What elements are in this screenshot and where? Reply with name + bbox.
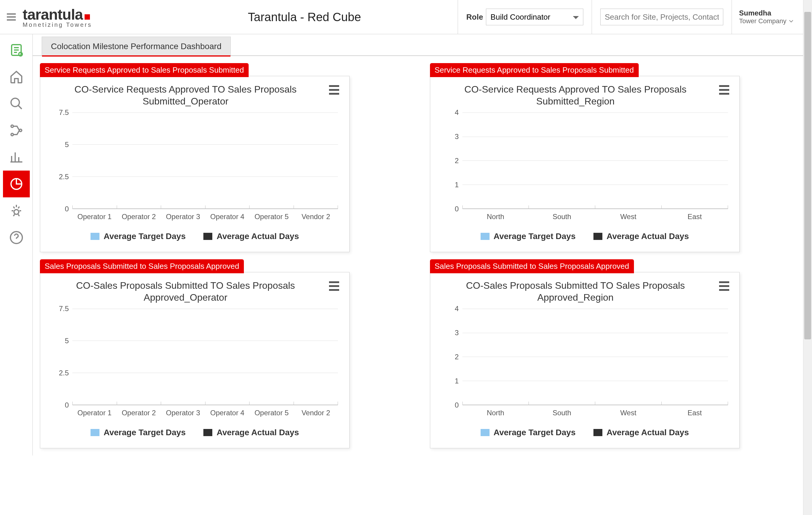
- chart-legend: Average Target DaysAverage Actual Days: [49, 232, 341, 241]
- tab-bar: Colocation Milestone Performance Dashboa…: [33, 34, 812, 56]
- brand-tagline: Monetizing Towers: [23, 22, 95, 28]
- legend-item[interactable]: Average Target Days: [90, 428, 185, 437]
- x-axis-label: Operator 5: [250, 409, 294, 417]
- search-icon: [9, 96, 24, 111]
- svg-point-3: [11, 125, 13, 127]
- nav-item-search[interactable]: [3, 90, 30, 117]
- side-nav: [0, 34, 33, 455]
- legend-item[interactable]: Average Actual Days: [593, 232, 689, 241]
- chart-menu-button[interactable]: [717, 279, 731, 293]
- chart-panel: Sales Proposals Submitted to Sales Propo…: [430, 259, 805, 448]
- chart-panel: Sales Proposals Submitted to Sales Propo…: [40, 259, 415, 448]
- legend-swatch-icon: [481, 429, 490, 436]
- chevron-down-icon: [789, 19, 793, 23]
- x-axis-label: North: [462, 409, 529, 417]
- header: tarantula Monetizing Towers Tarantula - …: [0, 0, 812, 34]
- legend-swatch-icon: [593, 429, 602, 436]
- role-select[interactable]: Build Coordinator: [486, 9, 583, 25]
- vertical-scrollbar[interactable]: [803, 0, 812, 455]
- checklist-icon: [9, 43, 24, 57]
- legend-item[interactable]: Average Target Days: [90, 232, 185, 241]
- nav-item-charts[interactable]: [3, 144, 30, 171]
- user-menu[interactable]: Sumedha Tower Company: [732, 0, 803, 34]
- x-axis-label: Operator 3: [161, 213, 205, 221]
- gear-icon: [9, 204, 24, 218]
- legend-swatch-icon: [593, 233, 602, 240]
- x-axis-label: Operator 3: [161, 409, 205, 417]
- chart-card: CO-Service Requests Approved TO Sales Pr…: [40, 76, 350, 252]
- x-axis-label: Operator 4: [205, 213, 250, 221]
- role-label: Role: [466, 12, 483, 22]
- chart-title: CO-Sales Proposals Submitted TO Sales Pr…: [49, 279, 322, 303]
- brand-dot-icon: [85, 14, 90, 20]
- chart-card: CO-Service Requests Approved TO Sales Pr…: [430, 76, 740, 252]
- chart-card: CO-Sales Proposals Submitted TO Sales Pr…: [430, 272, 740, 448]
- x-axis-label: North: [462, 213, 529, 221]
- user-company: Tower Company: [739, 17, 796, 25]
- nav-item-network[interactable]: [3, 117, 30, 144]
- content-area: Colocation Milestone Performance Dashboa…: [33, 34, 812, 455]
- search-input[interactable]: [600, 9, 723, 25]
- chart-legend: Average Target DaysAverage Actual Days: [439, 428, 731, 437]
- chart-plot: 43210NorthSouthWestEast: [439, 307, 731, 417]
- nav-item-home[interactable]: [3, 63, 30, 90]
- pie-clock-icon: [9, 177, 24, 191]
- nav-item-settings[interactable]: [3, 198, 30, 224]
- chart-panel: Service Requests Approved to Sales Propo…: [430, 63, 805, 252]
- x-axis-label: Operator 1: [72, 409, 117, 417]
- svg-point-4: [11, 133, 13, 136]
- search-box: [592, 0, 732, 34]
- hamburger-menu-button[interactable]: [0, 0, 23, 34]
- x-axis-label: Operator 2: [117, 213, 161, 221]
- chart-title: CO-Sales Proposals Submitted TO Sales Pr…: [439, 279, 713, 303]
- chart-panel: Service Requests Approved to Sales Propo…: [40, 63, 415, 252]
- legend-swatch-icon: [203, 429, 212, 436]
- x-axis-label: Vendor 2: [294, 409, 338, 417]
- user-name: Sumedha: [739, 9, 796, 17]
- chart-menu-button[interactable]: [327, 83, 341, 96]
- legend-item[interactable]: Average Actual Days: [593, 428, 689, 437]
- svg-point-7: [14, 210, 19, 214]
- legend-swatch-icon: [481, 233, 490, 240]
- legend-item[interactable]: Average Actual Days: [203, 428, 299, 437]
- x-axis-label: South: [529, 213, 595, 221]
- chart-legend: Average Target DaysAverage Actual Days: [49, 428, 341, 437]
- x-axis-label: Vendor 2: [294, 213, 338, 221]
- help-icon: [9, 231, 24, 245]
- panel-chip: Service Requests Approved to Sales Propo…: [430, 63, 639, 77]
- x-axis-label: Operator 2: [117, 409, 161, 417]
- chart-title: CO-Service Requests Approved TO Sales Pr…: [439, 83, 713, 107]
- legend-item[interactable]: Average Actual Days: [203, 232, 299, 241]
- barchart-icon: [9, 150, 24, 164]
- chart-menu-button[interactable]: [717, 83, 731, 96]
- x-axis-label: East: [662, 213, 728, 221]
- home-icon: [9, 70, 24, 84]
- chart-menu-button[interactable]: [327, 279, 341, 293]
- legend-item[interactable]: Average Target Days: [481, 428, 576, 437]
- chart-legend: Average Target DaysAverage Actual Days: [439, 232, 731, 241]
- tab-colocation-dashboard[interactable]: Colocation Milestone Performance Dashboa…: [42, 37, 231, 56]
- chart-plot: 7.552.50Operator 1Operator 2Operator 3Op…: [49, 111, 341, 221]
- svg-point-2: [11, 98, 19, 107]
- x-axis-label: East: [662, 409, 728, 417]
- chart-plot: 7.552.50Operator 1Operator 2Operator 3Op…: [49, 307, 341, 417]
- chart-title: CO-Service Requests Approved TO Sales Pr…: [49, 83, 322, 107]
- nav-item-tasks[interactable]: [3, 37, 30, 63]
- hamburger-icon: [5, 11, 17, 23]
- x-axis-label: West: [595, 213, 662, 221]
- legend-swatch-icon: [203, 233, 212, 240]
- x-axis-label: Operator 1: [72, 213, 117, 221]
- legend-swatch-icon: [90, 429, 99, 436]
- x-axis-label: Operator 5: [250, 213, 294, 221]
- legend-swatch-icon: [90, 233, 99, 240]
- panel-chip: Sales Proposals Submitted to Sales Propo…: [40, 259, 244, 273]
- legend-item[interactable]: Average Target Days: [481, 232, 576, 241]
- chart-card: CO-Sales Proposals Submitted TO Sales Pr…: [40, 272, 350, 448]
- x-axis-label: West: [595, 409, 662, 417]
- x-axis-label: South: [529, 409, 595, 417]
- x-axis-label: Operator 4: [205, 409, 250, 417]
- scrollbar-thumb[interactable]: [804, 12, 811, 339]
- nav-item-dashboard[interactable]: [3, 171, 30, 198]
- network-icon: [9, 123, 24, 138]
- nav-item-help[interactable]: [3, 224, 30, 251]
